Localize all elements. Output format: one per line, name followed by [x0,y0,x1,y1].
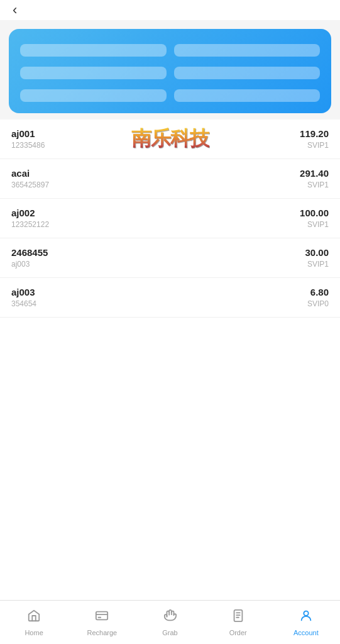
today-commission-col [20,40,167,57]
nav-label-recharge: Recharge [87,629,117,636]
list-item-id: 354654 [11,299,307,308]
list-item-badge: SVIP0 [307,299,329,308]
grab-icon [163,609,177,626]
stats-row-1 [20,40,320,57]
today-withdraw-box [174,89,321,102]
nav-item-recharge[interactable]: Recharge [68,601,136,644]
list-item-amount: 100.00 [300,208,329,218]
list-item-right: 6.80 SVIP0 [307,287,329,308]
team-list: aj001 12335486 南乐科技 119.20 SVIP1 acai 36… [0,119,340,600]
list-item-right: 119.20 SVIP1 [300,128,329,150]
home-icon [27,609,41,626]
rate-box [174,67,321,79]
bottom-nav: Home Recharge Grab [0,600,340,644]
num-col [20,63,167,79]
list-item-amount: 30.00 [305,247,329,258]
list-item-name: acai [11,168,300,179]
list-item-left: acai 365425897 [11,168,300,189]
recharge-icon [95,609,109,626]
list-item-id: aj003 [11,260,305,269]
total-commission-col [174,40,321,57]
svg-point-7 [304,611,308,615]
list-item-name: 2468455 [11,247,305,258]
back-button[interactable]: ‹ [13,2,17,18]
list-item-right: 30.00 SVIP1 [305,247,329,269]
today-withdraw-col [174,86,321,102]
rate-col [174,63,321,79]
today-recharge-box [20,89,167,102]
list-item-right: 291.40 SVIP1 [300,168,329,189]
list-item-badge: SVIP1 [307,260,329,269]
list-item-name: aj001 [11,128,300,139]
today-recharge-col [20,86,167,102]
list-item-amount: 6.80 [310,287,329,297]
nav-item-order[interactable]: Order [204,601,272,644]
header: ‹ [0,0,340,20]
order-icon [231,609,245,626]
list-item[interactable]: 2468455 aj003 30.00 SVIP1 [0,238,340,278]
nav-label-order: Order [229,629,247,636]
list-item-left: aj001 12335486 [11,128,300,150]
list-item-name: aj002 [11,208,300,218]
nav-item-account[interactable]: Account [272,601,340,644]
stats-card [9,29,331,113]
nav-item-grab[interactable]: Grab [136,601,204,644]
stats-row-3 [20,86,320,102]
nav-label-account: Account [293,629,319,636]
list-item-badge: SVIP1 [307,141,329,150]
today-commission-box [20,44,167,57]
list-item[interactable]: aj001 12335486 南乐科技 119.20 SVIP1 [0,119,340,159]
stats-row-2 [20,63,320,79]
list-item-left: 2468455 aj003 [11,247,305,269]
list-item-amount: 119.20 [300,128,329,139]
num-box [20,67,167,79]
list-item-id: 365425897 [11,180,300,189]
list-item-amount: 291.40 [300,168,329,179]
list-item-id: 123252122 [11,220,300,229]
list-item-id: 12335486 [11,141,300,150]
list-item-right: 100.00 SVIP1 [300,208,329,229]
list-item-badge: SVIP1 [307,220,329,229]
list-item[interactable]: aj002 123252122 100.00 SVIP1 [0,199,340,238]
list-item-left: aj003 354654 [11,287,307,308]
list-item-badge: SVIP1 [307,180,329,189]
list-item[interactable]: aj003 354654 6.80 SVIP0 [0,278,340,318]
nav-label-home: Home [25,629,43,636]
svg-rect-0 [96,611,107,619]
list-item[interactable]: acai 365425897 291.40 SVIP1 [0,159,340,199]
total-commission-box [174,44,321,57]
list-item-left: aj002 123252122 [11,208,300,229]
nav-label-grab: Grab [162,629,177,636]
account-icon [299,609,313,626]
nav-item-home[interactable]: Home [0,601,68,644]
list-item-name: aj003 [11,287,307,297]
